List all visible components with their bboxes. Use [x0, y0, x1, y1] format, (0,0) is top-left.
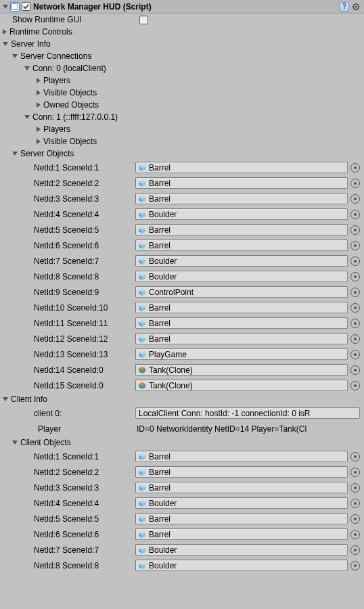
server-object-14-row: NetId:15 SceneId:0Tank(Clone) — [0, 378, 364, 393]
conn-0-visible-foldout[interactable]: Visible Objects — [0, 87, 364, 99]
gear-icon[interactable] — [352, 2, 361, 12]
show-runtime-gui-checkbox[interactable] — [139, 16, 148, 24]
client-object-5-object-slot[interactable]: Barrel — [135, 528, 348, 540]
prefab-cube-icon — [138, 179, 146, 187]
prefab-cube-icon — [138, 164, 146, 172]
server-object-1-object-name: Barrel — [149, 179, 170, 188]
object-picker-icon[interactable] — [350, 225, 360, 235]
object-picker-icon[interactable] — [350, 334, 360, 344]
object-picker-icon[interactable] — [350, 499, 360, 508]
object-picker-icon[interactable] — [350, 194, 360, 204]
server-object-8-object-slot[interactable]: ControlPoint — [135, 286, 348, 298]
object-picker-icon[interactable] — [350, 514, 360, 524]
client-object-1-object-slot[interactable]: Barrel — [135, 466, 348, 478]
object-picker-icon[interactable] — [350, 163, 360, 173]
object-picker-icon[interactable] — [350, 381, 360, 390]
foldout-icon[interactable] — [3, 5, 8, 9]
conn-0-owned-foldout[interactable]: Owned Objects — [0, 99, 364, 111]
client-0-value[interactable]: LocalClient Conn: hostId: -1 connectionI… — [135, 407, 360, 419]
conn-0-players-foldout[interactable]: Players — [0, 74, 364, 87]
server-object-8-label: NetId:9 SceneId:9 — [0, 288, 135, 297]
prefab-multicolor-icon — [138, 366, 146, 374]
conn-1-foldout[interactable]: Conn: 1 (::ffff:127.0.0.1) — [0, 111, 364, 123]
client-object-0-object-name: Barrel — [149, 452, 170, 461]
prefab-cube-icon — [138, 499, 146, 508]
client-objects-foldout[interactable]: Client Objects — [0, 436, 364, 449]
object-picker-icon[interactable] — [350, 256, 360, 266]
client-object-4-object-slot[interactable]: Barrel — [135, 513, 348, 524]
object-picker-icon[interactable] — [350, 319, 360, 328]
server-object-14-object-slot[interactable]: Tank(Clone) — [135, 380, 348, 391]
server-object-13-object-slot[interactable]: Tank(Clone) — [135, 364, 348, 376]
chevron-down-icon — [24, 66, 30, 70]
component-header[interactable]: Network Manager HUD (Script) — [0, 0, 364, 14]
object-picker-icon[interactable] — [350, 452, 360, 461]
object-picker-icon[interactable] — [350, 468, 360, 477]
server-object-0-object-name: Barrel — [149, 163, 170, 173]
client-object-6-row: NetId:7 SceneId:7Boulder — [0, 542, 364, 558]
client-object-2-object-slot[interactable]: Barrel — [135, 482, 348, 493]
server-object-11-row: NetId:12 SceneId:12Barrel — [0, 331, 364, 346]
client-object-7-object-name: Boulder — [149, 561, 177, 570]
conn-1-visible-foldout[interactable]: Visible Objects — [0, 135, 364, 148]
server-object-9-object-slot[interactable]: Barrel — [135, 302, 348, 313]
server-object-2-object-slot[interactable]: Barrel — [135, 193, 348, 204]
prefab-multicolor-icon — [138, 382, 146, 390]
object-picker-icon[interactable] — [350, 210, 360, 219]
object-picker-icon[interactable] — [350, 241, 360, 250]
server-object-4-object-name: Barrel — [149, 225, 170, 235]
server-object-0-label: NetId:1 SceneId:1 — [0, 163, 135, 173]
svg-point-1 — [355, 5, 357, 7]
client-object-0-row: NetId:1 SceneId:1Barrel — [0, 449, 364, 464]
object-picker-icon[interactable] — [350, 365, 360, 375]
conn-0-foldout[interactable]: Conn: 0 (localClient) — [0, 62, 364, 74]
client-player-label: Player — [0, 424, 135, 434]
client-object-2-object-name: Barrel — [149, 483, 170, 493]
server-object-9-label: NetId:10 SceneId:10 — [0, 303, 135, 313]
runtime-controls-foldout[interactable]: Runtime Controls — [0, 26, 364, 38]
object-picker-icon[interactable] — [350, 530, 360, 539]
server-info-foldout[interactable]: Server Info — [0, 38, 364, 50]
object-picker-icon[interactable] — [350, 288, 360, 297]
prefab-cube-icon — [138, 319, 146, 328]
object-picker-icon[interactable] — [350, 179, 360, 188]
help-icon[interactable] — [340, 2, 349, 12]
object-picker-icon[interactable] — [350, 350, 360, 359]
chevron-down-icon — [3, 397, 8, 401]
client-object-6-object-slot[interactable]: Boulder — [135, 544, 348, 556]
chevron-down-icon — [3, 42, 8, 46]
client-info-foldout[interactable]: Client Info — [0, 393, 364, 405]
server-object-4-object-slot[interactable]: Barrel — [135, 224, 348, 235]
server-object-5-object-slot[interactable]: Barrel — [135, 240, 348, 251]
client-object-2-row: NetId:3 SceneId:3Barrel — [0, 480, 364, 495]
client-player-row: Player ID=0 NetworkIdentity NetID=14 Pla… — [0, 421, 364, 436]
client-object-3-object-slot[interactable]: Boulder — [135, 497, 348, 509]
prefab-cube-icon — [138, 468, 146, 476]
chevron-right-icon — [37, 102, 41, 108]
object-picker-icon[interactable] — [350, 483, 360, 493]
prefab-cube-icon — [138, 288, 146, 296]
server-connections-foldout[interactable]: Server Connections — [0, 50, 364, 62]
client-object-0-object-slot[interactable]: Barrel — [135, 451, 348, 462]
server-object-0-object-slot[interactable]: Barrel — [135, 162, 348, 173]
object-picker-icon[interactable] — [350, 545, 360, 555]
server-object-10-object-slot[interactable]: Barrel — [135, 317, 348, 329]
client-object-7-object-slot[interactable]: Boulder — [135, 560, 348, 571]
server-object-6-object-slot[interactable]: Boulder — [135, 255, 348, 267]
server-object-7-object-slot[interactable]: Boulder — [135, 271, 348, 282]
server-objects-foldout[interactable]: Server Objects — [0, 148, 364, 160]
object-picker-icon[interactable] — [350, 272, 360, 281]
object-picker-icon[interactable] — [350, 303, 360, 313]
prefab-cube-icon — [138, 453, 146, 461]
server-object-1-object-slot[interactable]: Barrel — [135, 177, 348, 189]
server-object-3-object-slot[interactable]: Boulder — [135, 208, 348, 220]
server-object-11-object-slot[interactable]: Barrel — [135, 333, 348, 344]
server-object-12-object-slot[interactable]: PlayGame — [135, 348, 348, 360]
server-object-14-label: NetId:15 SceneId:0 — [0, 381, 135, 390]
chevron-right-icon — [37, 127, 41, 132]
conn-1-players-foldout[interactable]: Players — [0, 123, 364, 135]
server-object-13-label: NetId:14 SceneId:0 — [0, 365, 135, 375]
object-picker-icon[interactable] — [350, 561, 360, 570]
enabled-checkbox[interactable] — [22, 2, 30, 11]
chevron-down-icon — [12, 441, 18, 445]
